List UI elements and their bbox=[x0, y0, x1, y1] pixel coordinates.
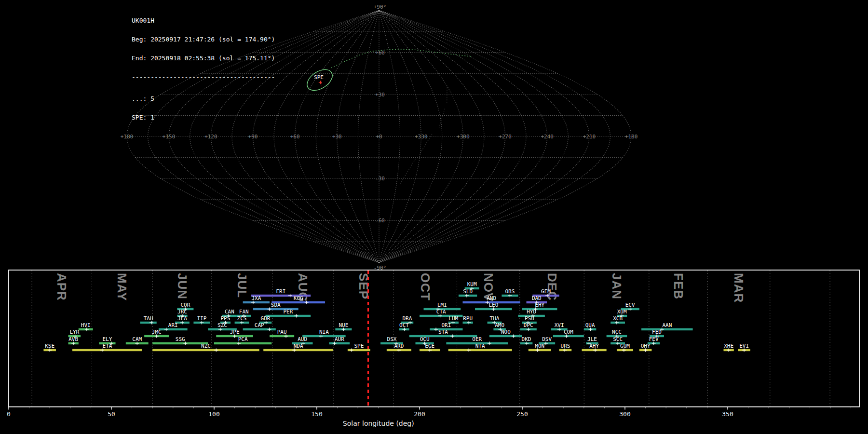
sky-grid-meridian bbox=[379, 11, 610, 263]
shower-bar-noo bbox=[489, 335, 522, 337]
shower-label-and: AND bbox=[487, 295, 496, 301]
x-axis-tick-label: 0 bbox=[7, 410, 11, 418]
shower-label-ard: ARD bbox=[394, 343, 404, 349]
longitude-label: +300 bbox=[457, 134, 470, 140]
shower-label-ely: ELY bbox=[103, 336, 112, 342]
shower-label-hvi: HVI bbox=[81, 322, 91, 328]
shower-label-cap: CAP bbox=[255, 322, 264, 328]
shower-label-amo: AMO bbox=[495, 322, 504, 328]
shower-label-cam: CAM bbox=[132, 336, 142, 342]
shower-label-szc: SZC bbox=[217, 322, 227, 328]
shower-bar-nta bbox=[448, 349, 512, 351]
shower-label-dpc: DPC bbox=[524, 322, 533, 328]
shower-label-kse: KSE bbox=[45, 343, 54, 349]
station-id: UK001H bbox=[132, 17, 275, 24]
shower-label-aan: AAN bbox=[662, 322, 672, 328]
shower-bar-per bbox=[266, 315, 311, 317]
shower-label-ssg: SSG bbox=[176, 336, 185, 342]
shower-bar-nzc bbox=[152, 349, 259, 351]
shower-label-kcg: KCG bbox=[294, 295, 303, 301]
shower-bar-pca bbox=[214, 342, 271, 344]
shower-label-sda: SDA bbox=[271, 302, 281, 308]
meteor-trail bbox=[439, 108, 445, 128]
shower-bar-ari bbox=[159, 328, 188, 330]
shower-label-jmc: JMC bbox=[152, 329, 162, 335]
shower-label-eta: ETA bbox=[103, 343, 112, 349]
shower-label-pca: PCA bbox=[238, 336, 248, 342]
longitude-label: +270 bbox=[499, 134, 512, 140]
meteor-trail bbox=[400, 159, 415, 184]
x-axis-tick-label: 150 bbox=[311, 410, 322, 418]
shower-label-eri: ERI bbox=[276, 288, 286, 295]
longitude-label: +150 bbox=[163, 134, 176, 140]
shower-bar-aan bbox=[641, 328, 693, 330]
shower-label-sld: SLD bbox=[463, 288, 473, 295]
shower-bar-pau bbox=[270, 335, 294, 337]
shower-label-dra: DRA bbox=[403, 315, 412, 322]
shower-label-rpu: RPU bbox=[463, 315, 473, 322]
shower-label-qua: QUA bbox=[585, 322, 595, 328]
x-axis-title: Solar longitude (deg) bbox=[343, 420, 414, 427]
shower-label-iip: IIP bbox=[197, 315, 207, 322]
x-axis-tick-label: 100 bbox=[208, 410, 219, 418]
longitude-label: +330 bbox=[415, 134, 428, 140]
shower-label-lyr: LYR bbox=[69, 329, 79, 335]
shower-label-spe: SPE bbox=[354, 343, 364, 349]
shower-label-nda: NDA bbox=[294, 343, 303, 349]
longitude-label: +90 bbox=[248, 134, 258, 140]
shower-label-xcb: XCB bbox=[613, 315, 623, 322]
shower-bar-aur bbox=[329, 342, 350, 344]
x-axis-tick-label: 300 bbox=[619, 410, 630, 418]
shower-label-jle: JLE bbox=[587, 336, 597, 342]
shower-label-ncc: NCC bbox=[612, 329, 622, 335]
shower-label-cor: COR bbox=[180, 302, 190, 308]
shower-label-tha: THA bbox=[490, 315, 500, 322]
shower-label-scc: SCC bbox=[613, 336, 623, 342]
shower-label-avb: AVB bbox=[68, 336, 78, 342]
shower-label-aud: AUD bbox=[298, 336, 307, 342]
begin-time-line: Beg: 20250917 21:47:26 (sol = 174.90°) bbox=[132, 36, 275, 42]
shower-label-tah: TAH bbox=[144, 315, 153, 322]
shower-label-jrc: JRC bbox=[177, 309, 187, 315]
shower-label-pau: PAU bbox=[277, 329, 287, 335]
longitude-label: +30 bbox=[332, 134, 342, 140]
declination-label: -60 bbox=[375, 217, 385, 224]
longitude-label: +0 bbox=[376, 134, 382, 140]
shower-label-mon: MON bbox=[535, 343, 544, 349]
shower-label-evi: EVI bbox=[739, 343, 749, 349]
month-label-jun: JUN bbox=[175, 273, 190, 299]
shower-label-kum: KUM bbox=[467, 281, 477, 287]
shower-bar-eta bbox=[72, 349, 142, 351]
shower-label-ehy: EHY bbox=[535, 302, 544, 308]
shower-label-xum: XUM bbox=[617, 309, 627, 315]
separator-line: -------------------------------------- bbox=[132, 74, 275, 80]
shower-bar-mon bbox=[529, 349, 551, 351]
shower-label-pps: PPS bbox=[220, 315, 230, 322]
month-label-may: MAY bbox=[115, 273, 129, 301]
end-time-line: End: 20250918 02:55:38 (sol = 175.11°) bbox=[132, 55, 275, 61]
shower-label-jpe: JPE bbox=[230, 329, 240, 335]
meteor-trail bbox=[321, 81, 322, 89]
month-label-feb: FEB bbox=[671, 273, 686, 299]
shower-label-per: PER bbox=[283, 309, 293, 315]
shower-label-aur: AUR bbox=[335, 336, 344, 342]
x-axis-tick-label: 250 bbox=[516, 410, 528, 418]
longitude-label: +210 bbox=[583, 134, 596, 140]
shower-label-ocu: OCU bbox=[420, 336, 430, 342]
shower-label-gdr: GDR bbox=[261, 315, 271, 322]
shower-label-nue: NUE bbox=[339, 322, 348, 328]
shower-association-label: SPE bbox=[314, 74, 324, 81]
shower-label-psu: PSU bbox=[525, 315, 534, 322]
longitude-label: +60 bbox=[290, 134, 300, 140]
shower-bar-com bbox=[553, 335, 584, 337]
declination-label: -30 bbox=[375, 176, 385, 182]
shower-label-obs: OBS bbox=[505, 288, 515, 295]
sky-grid-meridian bbox=[337, 11, 379, 263]
observation-info-panel: UK001H Beg: 20250917 21:47:26 (sol = 174… bbox=[132, 5, 275, 127]
shower-label-jxa: JXA bbox=[251, 295, 261, 301]
shower-label-ege: EGE bbox=[425, 343, 434, 349]
x-axis-tick-label: 50 bbox=[108, 410, 115, 418]
shower-bar-tah bbox=[140, 322, 157, 324]
shower-label-ari: ARI bbox=[168, 322, 178, 328]
shower-bar-nda bbox=[263, 349, 333, 351]
